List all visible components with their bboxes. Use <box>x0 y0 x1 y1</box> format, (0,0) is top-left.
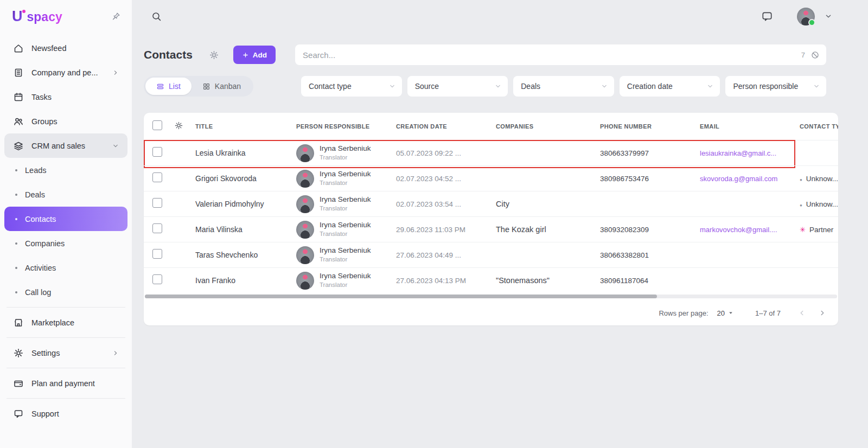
email-link[interactable]: lesiaukrainka@gmail.c... <box>700 149 776 157</box>
pin-icon[interactable] <box>111 11 121 21</box>
chat-icon[interactable] <box>761 10 773 22</box>
contact-title[interactable]: Lesia Ukrainka <box>195 149 246 157</box>
nav-label: Call log <box>25 288 51 297</box>
nav-label: Marketplace <box>31 318 74 327</box>
person-avatar <box>296 170 314 188</box>
tab-list[interactable]: List <box>145 78 192 95</box>
marketplace-icon <box>13 317 24 328</box>
search-input[interactable] <box>303 50 801 60</box>
sidebar-item-plan-and-payment[interactable]: Plan and payment <box>4 371 127 395</box>
filter-deals[interactable]: Deals <box>513 76 614 97</box>
sidebar-item-company-and-people[interactable]: Company and pe... <box>4 60 127 85</box>
global-search-icon[interactable] <box>151 11 162 22</box>
nav-label: Support <box>31 409 59 418</box>
tab-kanban[interactable]: Kanban <box>192 78 252 95</box>
sidebar-item-contacts[interactable]: Contacts <box>4 207 127 231</box>
kanban-view-icon <box>202 82 210 91</box>
filter-contact-type[interactable]: Contact type <box>301 76 402 97</box>
contact-title[interactable]: Taras Shevchenko <box>195 251 258 259</box>
sidebar-item-crm-and-sales[interactable]: CRM and sales <box>4 133 127 158</box>
sidebar-item-groups[interactable]: Groups <box>4 109 127 133</box>
creation-date: 27.06.2023 04:13 PM <box>396 277 466 285</box>
table-row[interactable]: Taras Shevchenko Iryna Serbeniuk Transla… <box>144 242 838 267</box>
company-icon <box>13 67 24 78</box>
sidebar-item-settings[interactable]: Settings <box>4 341 127 365</box>
previous-page-button[interactable] <box>797 308 807 318</box>
contact-title[interactable]: Grigori Skovoroda <box>195 174 257 183</box>
table-row[interactable]: Lesia Ukrainka Iryna Serbeniuk Translato… <box>144 140 838 165</box>
row-checkbox[interactable] <box>152 223 162 233</box>
person-role: Translator <box>320 230 371 238</box>
contact-title[interactable]: Valerian Pidmohylny <box>195 200 264 208</box>
add-contact-button[interactable]: Add <box>233 46 276 64</box>
bullet-icon <box>15 267 17 269</box>
person-avatar <box>296 246 314 264</box>
person-avatar <box>296 221 314 239</box>
row-checkbox[interactable] <box>152 198 162 208</box>
sidebar-item-activities[interactable]: Activities <box>4 255 127 280</box>
table-row[interactable]: Maria Vilinska Iryna Serbeniuk Translato… <box>144 216 838 242</box>
select-all-checkbox[interactable] <box>152 120 162 130</box>
rows-per-page-label: Rows per page: <box>659 309 708 317</box>
sidebar-item-tasks[interactable]: Tasks <box>4 85 127 109</box>
table-body: Lesia Ukrainka Iryna Serbeniuk Translato… <box>144 140 838 293</box>
person-name: Iryna Serbeniuk <box>320 170 371 179</box>
row-checkbox[interactable] <box>152 249 162 259</box>
nav-label: Newsfeed <box>31 44 66 53</box>
table-row[interactable]: Valerian Pidmohylny Iryna Serbeniuk Tran… <box>144 191 838 216</box>
email-link[interactable]: skovoroda.g@gmail.com <box>700 175 777 183</box>
uspacy-logo[interactable]: U spacy <box>12 8 62 25</box>
scrollbar-track[interactable] <box>145 295 837 298</box>
page-settings-icon[interactable] <box>209 50 219 60</box>
table-row[interactable]: Grigori Skovoroda Iryna Serbeniuk Transl… <box>144 165 838 191</box>
sidebar-item-support[interactable]: Support <box>4 401 127 426</box>
scrollbar-thumb[interactable] <box>145 295 657 298</box>
support-icon <box>13 408 24 419</box>
sidebar-item-newsfeed[interactable]: Newsfeed <box>4 36 127 60</box>
sidebar-item-deals[interactable]: Deals <box>4 182 127 207</box>
list-view-icon <box>156 82 164 91</box>
filter-creation-date[interactable]: Creation date <box>620 76 720 97</box>
sidebar-item-leads[interactable]: Leads <box>4 158 127 182</box>
bullet-icon <box>15 218 17 220</box>
person-role: Translator <box>320 204 371 212</box>
user-menu[interactable] <box>797 8 833 25</box>
person-name: Iryna Serbeniuk <box>320 221 371 230</box>
sidebar-item-call-log[interactable]: Call log <box>4 280 127 304</box>
person-responsible-cell: Iryna Serbeniuk Translator <box>296 170 387 188</box>
contact-type-cell: Partner <box>800 226 838 234</box>
add-button-label: Add <box>253 51 267 59</box>
nav-label: Groups <box>31 117 58 126</box>
person-role: Translator <box>320 255 371 263</box>
user-avatar[interactable] <box>797 8 815 25</box>
contact-title[interactable]: Ivan Franko <box>195 276 235 285</box>
table-row[interactable]: Ivan Franko Iryna Serbeniuk Translator 2… <box>144 267 838 293</box>
row-checkbox[interactable] <box>152 172 162 182</box>
company-name: The Kozak girl <box>496 225 546 234</box>
person-responsible-cell: Iryna Serbeniuk Translator <box>296 272 387 290</box>
filter-source[interactable]: Source <box>407 76 508 97</box>
rows-per-page-select[interactable]: 20 <box>717 309 735 317</box>
filter-person-responsible[interactable]: Person responsible <box>725 76 826 97</box>
person-name: Iryna Serbeniuk <box>320 195 371 204</box>
filter-label: Source <box>415 82 439 91</box>
filter-label: Person responsible <box>733 82 798 91</box>
chevron-right-icon <box>111 68 120 77</box>
table-header: TITLE PERSON RESPONSIBLE CREATION DATE C… <box>144 113 838 140</box>
contact-type-icon <box>800 200 802 208</box>
contacts-table-card: TITLE PERSON RESPONSIBLE CREATION DATE C… <box>144 113 838 325</box>
column-header-creation-date: CREATION DATE <box>387 123 487 130</box>
sidebar-item-marketplace[interactable]: Marketplace <box>4 310 127 335</box>
settings-icon <box>13 348 24 359</box>
chevron-left-icon <box>797 308 807 318</box>
row-checkbox[interactable] <box>152 147 162 157</box>
bullet-icon <box>15 194 17 196</box>
next-page-button[interactable] <box>818 308 827 318</box>
table-settings-icon[interactable] <box>174 121 183 130</box>
row-checkbox[interactable] <box>152 274 162 284</box>
sidebar-item-companies[interactable]: Companies <box>4 231 127 255</box>
clear-search-icon[interactable] <box>810 50 820 60</box>
contact-title[interactable]: Maria Vilinska <box>195 225 242 234</box>
email-link[interactable]: markovovchok@gmail.... <box>700 226 777 234</box>
tab-label: List <box>169 82 181 91</box>
